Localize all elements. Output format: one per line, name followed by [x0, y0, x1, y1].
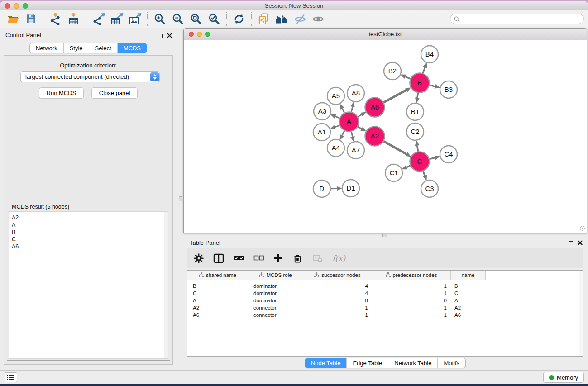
column-header-successor-nodes[interactable]: successor nodes — [303, 271, 372, 280]
graph-edge-B-B2[interactable] — [405, 76, 410, 79]
column-header-predecessor-nodes[interactable]: predecessor nodes — [372, 271, 451, 280]
memory-button[interactable]: Memory — [543, 372, 584, 383]
tab-mcds[interactable]: MCDS — [117, 43, 147, 53]
run-mcds-button[interactable]: Run MCDS — [39, 87, 84, 99]
table-row[interactable]: Cdominator41C — [187, 290, 583, 297]
float-panel-icon[interactable] — [158, 34, 163, 38]
export-table-button[interactable] — [108, 11, 126, 27]
graph-edge-A-A8[interactable] — [351, 107, 353, 112]
result-item[interactable]: A6 — [9, 243, 168, 250]
column-header-mcds-role[interactable]: MCDS role — [248, 271, 303, 280]
table-settings-button[interactable] — [194, 252, 204, 265]
memory-label: Memory — [557, 374, 578, 381]
panel-menu-button[interactable] — [5, 372, 17, 382]
hide-selected-button[interactable] — [291, 11, 309, 27]
deselect-all-button[interactable] — [253, 252, 264, 265]
table-row[interactable]: A2connector11A2 — [187, 304, 583, 311]
graph-edge-A-A6[interactable] — [358, 114, 362, 117]
tab-edge-table[interactable]: Edge Table — [346, 358, 388, 368]
graph-edge-B-B4[interactable] — [423, 67, 425, 73]
graph-edge-B-B3[interactable] — [430, 85, 435, 86]
search-input[interactable] — [450, 14, 584, 24]
graph-edge-A-A5[interactable] — [342, 109, 344, 113]
minimize-network-window-button[interactable] — [197, 32, 202, 37]
apply-layout-button[interactable] — [230, 11, 248, 27]
graph-edge-C-C4[interactable] — [430, 158, 435, 159]
tab-motifs[interactable]: Motifs — [437, 358, 465, 368]
optimization-criterion-select[interactable]: largest connected component (directed) — [20, 71, 160, 82]
show-all-button[interactable] — [309, 11, 327, 27]
select-all-button[interactable] — [234, 252, 244, 265]
network-window-titlebar[interactable]: testGlobe.txt — [184, 29, 587, 40]
result-item[interactable]: C — [9, 236, 168, 243]
copy-network-button[interactable] — [255, 11, 273, 27]
result-scrollbar-track[interactable] — [164, 212, 168, 358]
graph-edge-A-A7[interactable] — [351, 132, 353, 137]
close-panel-button[interactable]: Close panel — [91, 87, 138, 99]
table-cell: dominator — [248, 290, 303, 297]
mcds-result-group: MCDS result (5 nodes) A2ABCA6 — [7, 207, 170, 361]
window-resize-grip[interactable] — [580, 226, 585, 231]
table-cell: 8 — [303, 297, 372, 304]
close-network-window-button[interactable] — [189, 32, 194, 37]
result-item[interactable]: A2 — [9, 214, 168, 221]
tab-style[interactable]: Style — [63, 43, 89, 53]
vertical-splitter-grip[interactable] — [179, 196, 182, 201]
column-header-shared-name[interactable]: shared name — [187, 271, 248, 280]
import-table-button[interactable] — [65, 11, 83, 27]
table-row[interactable]: Bdominator41B — [187, 282, 583, 290]
result-item[interactable]: B — [9, 229, 168, 236]
export-network-button[interactable] — [90, 11, 108, 27]
table-cell: A — [187, 297, 248, 304]
zoom-fit-button[interactable] — [187, 11, 205, 27]
close-window-button[interactable] — [5, 3, 10, 9]
delete-column-button[interactable] — [292, 252, 303, 265]
graph-edge-A6-B[interactable] — [384, 90, 406, 102]
zoom-in-button[interactable] — [151, 11, 169, 27]
graph-edge-C-C3[interactable] — [423, 171, 425, 176]
tab-node-table[interactable]: Node Table — [305, 358, 347, 368]
copy-share-icon — [258, 13, 270, 25]
zoom-network-window-button[interactable] — [205, 32, 210, 37]
column-type-icon — [386, 272, 391, 278]
open-session-button[interactable] — [4, 11, 22, 27]
save-session-button[interactable] — [22, 11, 40, 27]
graph-edge-A-A2[interactable] — [358, 127, 362, 129]
table-row[interactable]: Adominator80A — [187, 297, 583, 304]
zoom-out-button[interactable] — [169, 11, 187, 27]
minimize-window-button[interactable] — [14, 3, 19, 9]
graph-edge-C-C1[interactable] — [406, 166, 410, 167]
column-header-name[interactable]: name — [451, 271, 486, 280]
graph-edge-C-C2[interactable] — [417, 146, 418, 152]
import-network-button[interactable] — [47, 11, 65, 27]
home-networks-button[interactable] — [273, 11, 291, 27]
close-table-panel-icon[interactable] — [578, 239, 583, 247]
zoom-selected-button[interactable] — [205, 11, 223, 27]
graph-edge-A-A4[interactable] — [342, 131, 344, 135]
add-column-button[interactable] — [273, 252, 283, 265]
graph-edge-A-A3[interactable] — [335, 116, 339, 118]
graph-edge-A-A1[interactable] — [335, 125, 339, 127]
float-table-panel-icon[interactable] — [569, 241, 573, 245]
zoom-selected-icon — [208, 13, 220, 25]
network-canvas[interactable]: AA1A2A3A4A5A6A7A8BB1B2B3B4CC1C2C3C4DD1 — [184, 40, 586, 232]
close-panel-icon[interactable] — [167, 32, 172, 40]
export-image-button[interactable] — [126, 11, 144, 27]
export-network-icon — [92, 13, 105, 25]
tab-select[interactable]: Select — [89, 43, 117, 53]
tab-network-table[interactable]: Network Table — [388, 358, 437, 368]
graph-node-label: C4 — [444, 150, 453, 158]
result-item[interactable]: A — [9, 221, 168, 229]
table-cell: 1 — [303, 311, 372, 319]
column-layout-button[interactable] — [213, 252, 224, 265]
table-cell: A6 — [187, 311, 248, 319]
network-window: testGlobe.txt AA1A2A3A4A5A6A7A8BB1B2B3B4… — [183, 28, 587, 233]
zoom-window-button[interactable] — [23, 3, 28, 9]
tab-network[interactable]: Network — [30, 43, 63, 53]
table-scrollbar-track[interactable] — [579, 271, 583, 356]
delete-table-button[interactable] — [312, 252, 323, 265]
table-row[interactable]: A6connector11A6 — [187, 311, 583, 319]
function-builder-button[interactable]: f(x) — [332, 252, 345, 265]
graph-edge-B-B1[interactable] — [417, 93, 418, 98]
graph-edge-A2-C[interactable] — [384, 141, 406, 154]
